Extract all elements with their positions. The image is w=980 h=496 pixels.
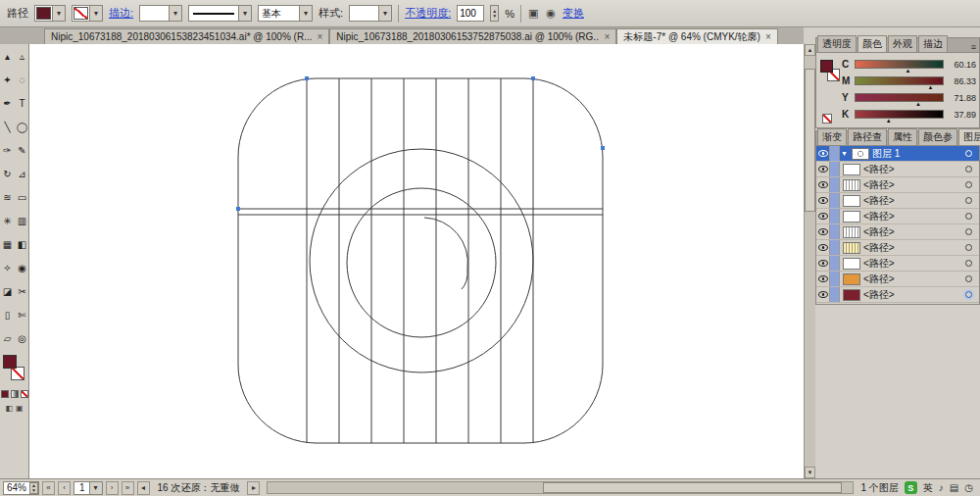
- column-graph-tool[interactable]: ▥: [15, 209, 29, 232]
- panel-tab-stroke[interactable]: 描边: [918, 35, 948, 52]
- target-circle[interactable]: [965, 228, 972, 235]
- paintbrush-tool[interactable]: ✑: [0, 138, 15, 162]
- scale-tool[interactable]: ⊿: [15, 162, 29, 185]
- color-slider[interactable]: ▲: [855, 60, 944, 69]
- canvas[interactable]: [29, 44, 804, 478]
- slider-marker[interactable]: ▲: [928, 84, 934, 90]
- visibility-eye-icon[interactable]: [816, 162, 830, 176]
- transform-link[interactable]: 变换: [563, 6, 584, 21]
- artwork-spiral[interactable]: [424, 218, 467, 289]
- color-slider[interactable]: ▲: [855, 76, 944, 85]
- stroke-color-dropdown[interactable]: ▾: [72, 5, 103, 22]
- pen-tool[interactable]: ✒: [0, 91, 15, 115]
- select-similar-icon[interactable]: ▣: [527, 7, 539, 20]
- target-circle[interactable]: [965, 181, 972, 188]
- none-swatch[interactable]: [822, 114, 832, 124]
- artwork-rounded-rect[interactable]: [238, 78, 603, 443]
- anchor-point[interactable]: [236, 207, 240, 211]
- layer-item-row[interactable]: <路径>: [816, 272, 979, 287]
- lock-column[interactable]: [830, 146, 840, 161]
- visibility-eye-icon[interactable]: [816, 272, 830, 286]
- layer-item-row[interactable]: <路径>: [816, 193, 979, 209]
- gradient-button[interactable]: [11, 390, 19, 398]
- anchor-point[interactable]: [531, 76, 535, 80]
- layer-item-row[interactable]: <路径>: [816, 224, 979, 240]
- layer-item-row[interactable]: <路径>: [816, 162, 979, 177]
- slider-marker[interactable]: ▲: [915, 101, 921, 107]
- zoom-tool[interactable]: ◎: [15, 326, 29, 350]
- rotate-tool[interactable]: ↻: [0, 162, 15, 185]
- lock-column[interactable]: [830, 287, 840, 302]
- panel-tab-color[interactable]: 颜色: [858, 35, 887, 52]
- chevron-down-icon[interactable]: ▾: [378, 6, 391, 21]
- none-button[interactable]: [21, 390, 28, 398]
- chevron-down-icon[interactable]: ▾: [89, 482, 102, 494]
- target-circle[interactable]: [965, 150, 972, 157]
- brush-definition-dropdown[interactable]: ▾: [188, 5, 252, 22]
- artboard-tool[interactable]: ▯: [0, 303, 15, 326]
- screen-mode-normal-icon[interactable]: ◧: [5, 404, 13, 413]
- target-circle[interactable]: [965, 166, 972, 173]
- disclosure-triangle[interactable]: ▼: [841, 150, 848, 157]
- anchor-point[interactable]: [305, 76, 309, 80]
- anchor-point[interactable]: [601, 146, 605, 150]
- lock-column[interactable]: [830, 256, 840, 271]
- target-circle[interactable]: [965, 213, 972, 220]
- fill-swatch-box[interactable]: [3, 355, 17, 369]
- chevron-down-icon[interactable]: ▾: [169, 6, 181, 21]
- brush-dropdown[interactable]: 基本 ▾: [258, 5, 313, 22]
- panel-tab-transparency[interactable]: 透明度: [817, 35, 857, 52]
- panel-tab-pathfinder[interactable]: 路径查: [848, 128, 887, 145]
- opacity-link[interactable]: 不透明度:: [405, 6, 451, 21]
- lock-column[interactable]: [830, 209, 840, 223]
- scissors-tool[interactable]: ✂: [15, 279, 29, 303]
- scrollbar-track[interactable]: [805, 56, 815, 467]
- selection-tool[interactable]: ▴: [0, 44, 15, 68]
- direct-selection-tool[interactable]: ▵: [15, 44, 29, 68]
- last-page-button[interactable]: »: [122, 481, 134, 495]
- target-circle[interactable]: [965, 244, 972, 251]
- panel-tab-attributes[interactable]: 属性: [888, 128, 917, 145]
- opacity-input[interactable]: [457, 5, 484, 22]
- chevron-down-icon[interactable]: ▾: [52, 6, 65, 21]
- target-circle[interactable]: [965, 260, 972, 267]
- visibility-eye-icon[interactable]: [816, 146, 830, 161]
- width-tool[interactable]: ≋: [0, 185, 15, 209]
- page-number-dropdown[interactable]: 1 ▾: [74, 481, 103, 495]
- style-dropdown[interactable]: ▾: [349, 5, 392, 22]
- color-slider[interactable]: ▲: [855, 110, 944, 119]
- hand-tool[interactable]: ▱: [0, 326, 15, 350]
- slice-tool[interactable]: ✄: [15, 303, 29, 326]
- close-icon[interactable]: ×: [604, 31, 610, 42]
- stroke-link[interactable]: 描边:: [109, 6, 133, 21]
- lock-column[interactable]: [830, 177, 840, 192]
- scroll-down-arrow[interactable]: ▼: [805, 467, 815, 478]
- stroke-weight-dropdown[interactable]: ▾: [139, 5, 182, 22]
- scroll-up-arrow[interactable]: ▲: [805, 44, 815, 56]
- line-segment-tool[interactable]: ╲: [0, 115, 15, 138]
- chevron-down-icon[interactable]: ▾: [299, 6, 312, 21]
- slider-marker[interactable]: ▲: [886, 118, 892, 124]
- visibility-eye-icon[interactable]: [816, 177, 830, 192]
- pencil-tool[interactable]: ✎: [15, 138, 29, 162]
- zoom-spinner[interactable]: ▲▼: [29, 482, 38, 494]
- panel-tab-color-guide[interactable]: 颜色参: [918, 128, 957, 145]
- document-tab[interactable]: Nipic_10673188_20180306153823451034.ai* …: [44, 28, 329, 44]
- layer-row-layer1[interactable]: ▼ 图层 1: [816, 146, 979, 162]
- eraser-tool[interactable]: ◪: [0, 279, 15, 303]
- lock-column[interactable]: [830, 240, 840, 255]
- eyedropper-tool[interactable]: ✧: [0, 256, 15, 279]
- lock-column[interactable]: [830, 193, 840, 208]
- chevron-down-icon[interactable]: ▾: [238, 6, 251, 21]
- opacity-spinner[interactable]: ▲▼: [490, 5, 499, 22]
- artwork-inner-circle[interactable]: [347, 188, 496, 337]
- layer-item-row[interactable]: <路径>: [816, 287, 979, 303]
- target-circle[interactable]: [965, 275, 972, 282]
- layer-item-row[interactable]: <路径>: [816, 177, 979, 193]
- layer-item-row[interactable]: <路径>: [816, 209, 979, 224]
- clock-icon[interactable]: ◷: [964, 482, 973, 493]
- blend-tool[interactable]: ◉: [15, 256, 29, 279]
- free-transform-tool[interactable]: ▭: [15, 185, 29, 209]
- visibility-eye-icon[interactable]: [816, 193, 830, 208]
- mesh-tool[interactable]: ▦: [0, 232, 15, 256]
